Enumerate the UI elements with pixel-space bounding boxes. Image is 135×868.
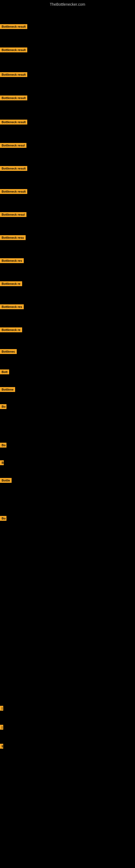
bottleneck-badge: | [0,725,3,731]
badge-label: Bottleneck result [0,166,27,171]
badge-label: B [0,460,4,465]
bottleneck-badge: Bottleneck result [0,189,27,195]
badge-label: Bo [0,516,6,521]
badge-label: Bottleneck res [0,304,24,309]
badge-label: Bott [0,369,9,374]
badge-label: | [0,706,3,711]
bottleneck-badge: Bottleneck result [0,95,27,101]
badge-label: Bottlenec [0,349,17,354]
bottleneck-badge: Bo [0,404,6,410]
badge-label: Bottleneck result [0,120,27,124]
bottleneck-badge: Bottleneck re [0,328,22,333]
bottleneck-badge: Bottleneck result [0,24,27,30]
bottleneck-badge: Bottlene [0,387,15,393]
badge-label: Bottleneck re [0,328,22,332]
bottleneck-badge: E [0,744,3,750]
bottleneck-badge: Bottleneck result [0,48,27,54]
bottleneck-badge: Bottleneck result [0,72,27,78]
badge-label: E [0,744,3,749]
badge-label: Bottleneck result [0,48,27,52]
bottleneck-badge: Bottleneck resu [0,235,26,241]
badge-label: Bottleneck re [0,281,22,286]
bottleneck-badge: Bottleneck res [0,304,24,310]
bottleneck-badge: Bottleneck res [0,258,24,264]
badge-label: Bottleneck result [0,72,27,77]
bottleneck-badge: Bottleneck resul [0,212,27,218]
badge-label: Bottleneck resul [0,143,27,148]
bottleneck-badge: B [0,460,4,466]
badge-label: Bo [0,404,6,409]
badge-label: Bottlene [0,387,15,392]
bottleneck-badge: Bottleneck resul [0,143,27,149]
badge-label: Bottleneck result [0,24,27,29]
bottleneck-badge: Bottleneck re [0,281,22,287]
bottleneck-badge: Bottle [0,478,12,484]
badge-label: Bo [0,443,6,447]
badge-label: Bottleneck resu [0,235,26,240]
badge-label: Bottleneck result [0,189,27,194]
site-title: TheBottlenecker.com [0,0,135,9]
badge-label: | [0,725,3,730]
bottleneck-badge: Bo [0,443,6,448]
badge-label: Bottle [0,478,12,483]
bottleneck-badge: Bott [0,369,9,375]
bottleneck-badge: | [0,706,3,712]
bottleneck-badge: Bottlenec [0,349,17,355]
badge-label: Bottleneck result [0,95,27,100]
bottleneck-badge: Bottleneck result [0,120,27,126]
badge-label: Bottleneck res [0,258,24,263]
bottleneck-badge: Bo [0,516,6,522]
badge-label: Bottleneck resul [0,212,27,217]
bottleneck-badge: Bottleneck result [0,166,27,172]
